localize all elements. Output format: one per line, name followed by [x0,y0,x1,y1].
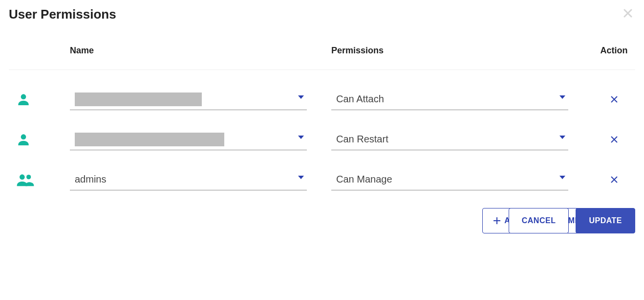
user-permissions-modal: User Permissions Name Permissions Action [0,0,644,242]
table-row: admins Can Manage [9,150,635,190]
svg-point-3 [26,175,31,179]
person-icon [16,92,31,107]
chevron-down-icon [298,176,304,180]
permission-dropdown[interactable]: Can Restart [331,129,568,150]
person-icon [16,132,31,147]
table-row: Can Restart [9,110,635,150]
table-row: Can Attach [9,70,635,110]
modal-title: User Permissions [9,7,635,22]
header-name: Name [70,46,331,56]
row-icon-cell [9,132,70,147]
chevron-down-icon [559,136,565,139]
remove-row-button[interactable] [608,133,621,146]
name-dropdown[interactable] [70,129,307,150]
svg-point-0 [21,94,26,99]
close-icon[interactable] [623,9,632,18]
permission-dropdown[interactable]: Can Attach [331,89,568,110]
remove-row-button[interactable] [608,173,621,186]
permission-cell: Can Restart [331,129,593,150]
plus-icon [494,217,500,224]
permission-cell: Can Attach [331,89,593,110]
header-action: Action [593,46,635,56]
group-icon [16,172,35,187]
chevron-down-icon [559,176,565,180]
permission-value: Can Attach [331,93,384,105]
name-cell [70,89,331,110]
modal-footer: CANCEL UPDATE [509,208,635,233]
redacted-name [75,133,224,146]
permission-value: Can Manage [331,174,392,185]
action-cell [593,133,635,146]
name-dropdown[interactable] [70,89,307,110]
permission-cell: Can Manage [331,169,593,190]
chevron-down-icon [559,95,565,99]
svg-point-1 [21,134,26,139]
table-header: Name Permissions Action [9,46,635,70]
action-cell [593,93,635,106]
remove-row-button[interactable] [608,93,621,106]
permission-dropdown[interactable]: Can Manage [331,169,568,190]
name-cell: admins [70,169,331,190]
permissions-table: Name Permissions Action C [9,46,635,190]
redacted-name [75,92,202,106]
chevron-down-icon [298,95,304,99]
permission-value: Can Restart [331,134,388,145]
row-icon-cell [9,92,70,107]
chevron-down-icon [298,136,304,139]
update-button[interactable]: UPDATE [576,208,635,233]
name-dropdown[interactable]: admins [70,169,307,190]
action-cell [593,173,635,186]
header-permissions: Permissions [331,46,593,56]
name-cell [70,129,331,150]
svg-point-2 [20,174,25,180]
row-icon-cell [9,172,70,187]
cancel-button[interactable]: CANCEL [509,208,569,233]
name-value: admins [70,174,106,185]
